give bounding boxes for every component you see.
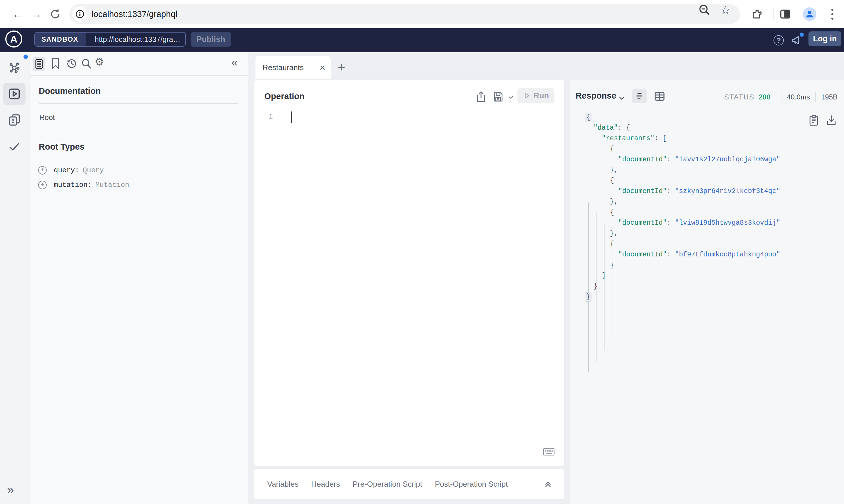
json-punctuation: } (593, 283, 598, 290)
json-punctuation: { (610, 209, 614, 216)
json-string-value: "iavv1s2l27uoblqcjai06wga" (675, 156, 780, 163)
operation-title: Operation (264, 92, 305, 101)
divider (815, 92, 816, 102)
json-punctuation: } (610, 262, 614, 269)
back-icon[interactable]: ← (10, 0, 26, 28)
json-punctuation: : (667, 251, 675, 258)
apollo-logo: A (5, 31, 22, 48)
help-icon[interactable]: ? (774, 35, 784, 46)
copy-response-icon[interactable] (808, 114, 819, 126)
json-punctuation: : (667, 219, 675, 227)
profile-avatar[interactable] (803, 7, 816, 21)
json-line[interactable]: "documentId": "iavv1s2l27uoblqcjai06wga" (585, 154, 780, 165)
save-dropdown-chevron-icon[interactable] (507, 94, 514, 101)
endpoint-settings-icon[interactable]: ⚙ (184, 34, 186, 44)
json-line[interactable]: { (585, 239, 780, 249)
root-type-row[interactable]: +mutation:Mutation (38, 181, 129, 189)
json-line[interactable]: } (585, 281, 780, 292)
operation-panel: Operation Run 1 (254, 80, 564, 466)
editor-tab-post-operation-script[interactable]: Post-Operation Script (435, 480, 508, 489)
side-panel-icon[interactable] (778, 6, 793, 22)
json-string-value: "bf97tfdumkcc8ptahkng4puo" (675, 251, 780, 258)
root-type-row[interactable]: +query:Query (38, 166, 104, 175)
new-tab-icon[interactable]: + (338, 60, 345, 74)
collapse-editor-tabs-icon[interactable] (544, 480, 552, 488)
tab-close-icon[interactable]: × (320, 62, 325, 73)
address-bar[interactable]: localhost:1337/graphql (69, 4, 740, 24)
json-punctuation: { (610, 145, 614, 153)
expand-rail-icon[interactable]: » (7, 483, 14, 497)
keyboard-shortcuts-icon[interactable] (543, 448, 555, 456)
login-button[interactable]: Log in (808, 31, 841, 46)
endpoint-box[interactable]: SANDBOX http://localhost:1337/gra… ⚙ (34, 32, 186, 47)
settings-gear-icon[interactable]: ⚙ (94, 56, 104, 68)
divider (781, 92, 781, 102)
json-punctuation: { (610, 240, 614, 248)
search-icon[interactable] (81, 57, 92, 69)
json-line[interactable]: } (585, 292, 780, 302)
publish-button[interactable]: Publish (191, 32, 231, 47)
divider (39, 103, 239, 104)
bookmarks-icon[interactable] (51, 57, 60, 69)
json-line[interactable]: "documentId": "szkyn3pr64r1v2lkebf3t4qc" (585, 186, 780, 197)
schema-graph-icon[interactable] (0, 61, 29, 74)
editor-tab-pre-operation-script[interactable]: Pre-Operation Script (353, 480, 422, 489)
expand-plus-icon[interactable]: + (38, 181, 47, 189)
root-type-field: mutation: (54, 181, 92, 189)
documentation-tab-icon[interactable] (33, 57, 45, 71)
endpoint-url[interactable]: http://localhost:1337/gra… (95, 35, 180, 44)
site-info-icon[interactable] (72, 6, 87, 22)
json-line[interactable]: } (585, 260, 780, 270)
download-response-icon[interactable] (826, 114, 837, 126)
changelog-nav-icon[interactable] (0, 113, 29, 126)
json-line[interactable]: { (585, 144, 780, 154)
explorer-nav-item[interactable] (3, 83, 25, 105)
root-type-name[interactable]: Query (83, 166, 104, 174)
json-key: "restaurants" (602, 134, 654, 142)
json-key: "documentId" (618, 187, 667, 195)
response-json-tree[interactable]: {"data": {"restaurants": [{"documentId":… (585, 112, 780, 302)
tab-title: Restaurants (262, 63, 304, 72)
docs-toolbar: ⚙ « (30, 52, 248, 76)
json-line[interactable]: }, (585, 228, 780, 239)
json-line[interactable]: }, (585, 165, 780, 176)
json-key: "documentId" (618, 156, 667, 163)
run-button[interactable]: Run (517, 88, 554, 103)
browser-menu-icon[interactable] (825, 6, 840, 22)
json-line[interactable]: { (585, 176, 780, 186)
reload-icon[interactable] (47, 0, 64, 28)
zoom-out-icon[interactable] (698, 0, 711, 20)
tree-view-toggle[interactable] (632, 89, 647, 103)
json-key: "documentId" (618, 251, 667, 258)
json-line[interactable]: }, (585, 197, 780, 207)
json-line[interactable]: ] (585, 270, 780, 281)
editor-bottom-tabs: VariablesHeadersPre-Operation ScriptPost… (254, 469, 564, 499)
editor-tab-headers[interactable]: Headers (311, 480, 340, 489)
collapse-docs-icon[interactable]: « (231, 56, 238, 69)
json-line[interactable]: "data": { (585, 123, 780, 133)
response-panel: Response STATUS 200 40.0ms 195B {"data":… (570, 80, 844, 504)
response-chevron-icon[interactable] (618, 94, 625, 102)
extensions-icon[interactable] (750, 6, 765, 22)
share-icon[interactable] (476, 91, 486, 103)
root-type-name[interactable]: Mutation (96, 181, 129, 189)
tab-restaurants[interactable]: Restaurants × (256, 56, 331, 79)
history-icon[interactable] (66, 57, 77, 69)
table-view-toggle[interactable] (654, 90, 666, 102)
editor-tab-variables[interactable]: Variables (267, 480, 298, 489)
json-line[interactable]: "documentId": "lviw819d5htwvga8s3kovdij" (585, 218, 780, 228)
forward-icon[interactable]: → (28, 0, 45, 28)
expand-plus-icon[interactable]: + (38, 166, 47, 175)
documentation-panel: ⚙ « Documentation Root Root Types +query… (30, 52, 248, 504)
json-line[interactable]: { (585, 112, 780, 123)
docs-root-link[interactable]: Root (39, 113, 55, 122)
json-line[interactable]: "restaurants": [ (585, 133, 780, 144)
sandbox-header: A SANDBOX http://localhost:1337/gra… ⚙ P… (0, 28, 844, 52)
json-line[interactable]: "documentId": "bf97tfdumkcc8ptahkng4puo" (585, 249, 780, 260)
bookmark-star-icon[interactable]: ☆ (720, 0, 731, 20)
divider (39, 158, 239, 158)
save-icon[interactable] (493, 91, 504, 103)
json-line[interactable]: { (585, 207, 780, 218)
json-punctuation: [ (662, 134, 667, 142)
checks-nav-icon[interactable] (0, 140, 29, 153)
